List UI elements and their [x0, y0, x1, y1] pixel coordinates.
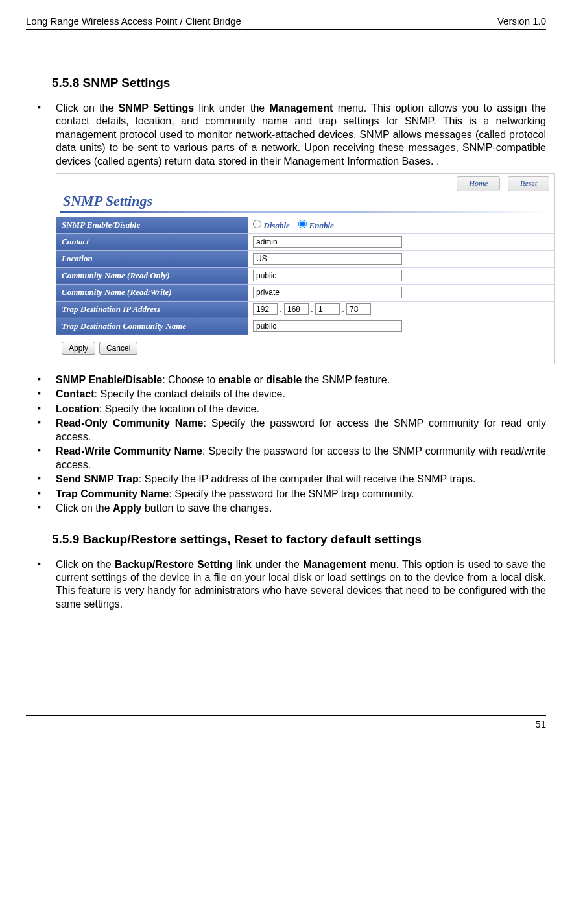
row-label-comm-ro: Community Name (Read Only)	[56, 267, 248, 284]
row-label-contact: Contact	[56, 233, 248, 250]
cancel-button[interactable]: Cancel	[99, 342, 137, 355]
row-label-snmp-enable: SNMP Enable/Disable	[56, 217, 248, 233]
snmp-settings-screenshot: Home Reset SNMP Settings SNMP Enable/Dis…	[56, 173, 555, 364]
bullet-contact: Contact: Specify the contact details of …	[38, 388, 546, 401]
snmp-enable-radio[interactable]	[298, 220, 307, 228]
community-ro-input[interactable]	[253, 270, 402, 281]
page-header: Long Range Wireless Access Point / Clien…	[26, 16, 546, 30]
bullet-apply: Click on the Apply button to save the ch…	[38, 502, 546, 515]
section-heading-snmp: 5.5.8 SNMP Settings	[52, 76, 546, 90]
bullet-snmp-enable: SNMP Enable/Disable: Choose to enable or…	[38, 373, 546, 386]
row-label-location: Location	[56, 250, 248, 267]
row-label-trap-comm: Trap Destination Community Name	[56, 318, 248, 335]
header-left: Long Range Wireless Access Point / Clien…	[26, 16, 241, 27]
section-heading-backup: 5.5.9 Backup/Restore settings, Reset to …	[52, 532, 546, 547]
panel-title: SNMP Settings	[56, 193, 554, 211]
ip-octet-4[interactable]	[346, 303, 371, 315]
ip-octet-2[interactable]	[284, 303, 309, 315]
bullet-rw-comm: Read-Write Community Name: Specify the p…	[38, 445, 546, 471]
intro-paragraph-2: Click on the Backup/Restore Setting link…	[38, 558, 546, 611]
title-divider	[60, 211, 551, 213]
bullet-trap-comm: Trap Community Name: Specify the passwor…	[38, 488, 546, 501]
intro-paragraph-1: Click on the SNMP Settings link under th…	[38, 102, 546, 168]
bullet-ro-comm: Read-Only Community Name: Specify the pa…	[38, 417, 546, 444]
snmp-disable-radio[interactable]	[253, 220, 261, 228]
row-val-snmp-enable: Disable Enable	[248, 217, 554, 233]
row-label-trap-ip: Trap Destination IP Address	[56, 301, 248, 318]
header-right: Version 1.0	[497, 16, 546, 27]
home-button[interactable]: Home	[457, 176, 500, 191]
apply-button[interactable]: Apply	[62, 342, 95, 355]
trap-community-input[interactable]	[253, 320, 402, 332]
reset-button[interactable]: Reset	[508, 176, 549, 191]
bullet-location: Location: Specify the location of the de…	[38, 403, 546, 416]
settings-table: SNMP Enable/Disable Disable Enable Conta…	[56, 217, 554, 335]
location-input[interactable]	[253, 253, 402, 265]
bullet-send-trap: Send SNMP Trap: Specify the IP address o…	[38, 473, 546, 486]
row-label-comm-rw: Community Name (Read/Write)	[56, 284, 248, 301]
page-number: 51	[26, 716, 546, 729]
community-rw-input[interactable]	[253, 287, 402, 298]
ip-octet-1[interactable]	[253, 303, 278, 315]
contact-input[interactable]	[253, 236, 402, 248]
ip-octet-3[interactable]	[315, 303, 340, 315]
